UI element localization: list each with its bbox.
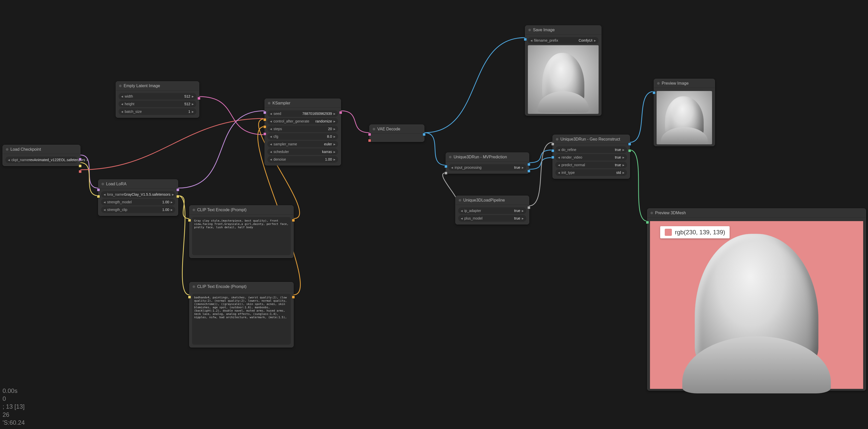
- port-image-in[interactable]: [444, 165, 447, 168]
- collapse-icon[interactable]: [101, 183, 104, 185]
- widget-strength-model[interactable]: ◀strength_model1.00▶: [101, 199, 175, 205]
- port-clip-in[interactable]: [97, 195, 100, 198]
- port-conditioning-out[interactable]: [292, 296, 295, 299]
- collapse-icon[interactable]: [193, 286, 195, 288]
- port-clip-in[interactable]: [188, 296, 191, 299]
- port-positive-in[interactable]: [263, 118, 266, 121]
- widget-lora-name[interactable]: ◀lora_nameGrayClay_V1.5.5.safetensors▶: [101, 191, 175, 198]
- port-mesh-in[interactable]: [646, 221, 649, 224]
- collapse-icon[interactable]: [373, 128, 375, 130]
- edge[interactable]: [341, 111, 369, 133]
- preview-3d-viewport[interactable]: rgb(230, 139, 139): [650, 221, 863, 389]
- widget-denoise[interactable]: ◀denoise1.00▶: [267, 156, 338, 163]
- widget-render-video[interactable]: ◀render_videotrue▶: [555, 154, 627, 161]
- port-model-in[interactable]: [263, 111, 266, 114]
- edge[interactable]: [630, 92, 654, 142]
- edge[interactable]: [529, 150, 553, 163]
- widget-sampler-name[interactable]: ◀sampler_nameeuler▶: [267, 141, 338, 147]
- widget-ckpt-name[interactable]: ◀ ckpt_name revAnimated_v122EOL.safetens…: [5, 157, 78, 163]
- port-latent-in[interactable]: [263, 132, 266, 135]
- port-images-in[interactable]: [524, 38, 527, 41]
- edge[interactable]: [178, 196, 189, 295]
- node-preview-3dmesh[interactable]: Preview 3DMesh rgb(230, 139, 139): [647, 208, 866, 391]
- port-latent-out[interactable]: [339, 111, 342, 114]
- widget-control-after-generate[interactable]: ◀control_after_generaterandomize▶: [267, 118, 338, 125]
- collapse-icon[interactable]: [193, 209, 195, 211]
- widget-cfg[interactable]: ◀cfg8.0▶: [267, 133, 338, 140]
- node-preview-image[interactable]: Preview Image: [654, 79, 715, 146]
- port-vae-out[interactable]: [79, 170, 82, 173]
- port-clip-out[interactable]: [176, 195, 179, 198]
- port-rgb-pils-in[interactable]: [551, 156, 554, 159]
- node-clip-positive[interactable]: CLIP Text Encode (Prompt) Gray clay styl…: [189, 205, 293, 258]
- textarea-negative-prompt[interactable]: badhandv4, paintings, sketches, (worst q…: [192, 294, 291, 344]
- widget-batch-size[interactable]: ◀batch_size1▶: [119, 108, 196, 115]
- chevron-left-icon[interactable]: ◀: [8, 159, 10, 161]
- node-vae-decode[interactable]: VAE Decode: [369, 125, 424, 142]
- widget-do-refine[interactable]: ◀do_refinetrue▶: [555, 146, 627, 153]
- collapse-icon[interactable]: [528, 29, 531, 31]
- node-title: VAE Decode: [377, 127, 400, 131]
- widget-height[interactable]: ◀height512▶: [119, 101, 196, 107]
- port-vae-in[interactable]: [368, 139, 371, 142]
- node-save-image[interactable]: Save Image ◀filename_prefixComfyUI▶: [525, 25, 601, 116]
- widget-filename-prefix[interactable]: ◀filename_prefixComfyUI▶: [528, 37, 598, 44]
- node-empty-latent[interactable]: Empty Latent Image ◀width512▶ ◀height512…: [116, 81, 199, 118]
- port-latent-out[interactable]: [197, 97, 200, 100]
- port-model-in[interactable]: [97, 188, 100, 191]
- port-front-image-in[interactable]: [551, 149, 554, 152]
- chevron-right-icon[interactable]: ▶: [87, 159, 89, 161]
- collapse-icon[interactable]: [268, 102, 271, 104]
- node-clip-negative[interactable]: CLIP Text Encode (Prompt) badhandv4, pai…: [189, 282, 293, 348]
- edge[interactable]: [529, 142, 553, 206]
- widget-input-processing[interactable]: ◀input_processingtrue▶: [448, 164, 526, 171]
- port-samples-in[interactable]: [368, 133, 371, 136]
- node-load-checkpoint[interactable]: Load Checkpoint ◀ ckpt_name revAnimated_…: [3, 145, 81, 166]
- collapse-icon[interactable]: [459, 199, 461, 202]
- port-front-image-out[interactable]: [527, 163, 530, 166]
- port-pipeline-out[interactable]: [527, 206, 530, 209]
- collapse-icon[interactable]: [6, 148, 8, 151]
- collapse-icon[interactable]: [449, 156, 452, 158]
- widget-init-type[interactable]: ◀init_typestd▶: [555, 169, 627, 176]
- collapse-icon[interactable]: [556, 138, 558, 140]
- node-load-pipeline[interactable]: Unique3DLoadPipeline ◀ip_adaptertrue▶ ◀p…: [455, 196, 529, 224]
- node-load-lora[interactable]: Load LoRA ◀lora_nameGrayClay_V1.5.5.safe…: [98, 179, 178, 216]
- edge[interactable]: [178, 196, 189, 219]
- port-image-out[interactable]: [423, 133, 426, 136]
- port-images-in[interactable]: [653, 91, 656, 94]
- edge[interactable]: [424, 38, 525, 133]
- port-pipeline-in[interactable]: [551, 142, 554, 145]
- port-rgb-pils-out[interactable]: [527, 169, 530, 172]
- port-model-out[interactable]: [79, 158, 82, 161]
- widget-steps[interactable]: ◀steps20▶: [267, 126, 338, 132]
- port-clip-out[interactable]: [79, 164, 82, 167]
- widget-strength-clip[interactable]: ◀strength_clip1.00▶: [101, 206, 175, 213]
- edge[interactable]: [199, 97, 265, 135]
- node-ksampler[interactable]: KSampler ◀seed788701650962939▶ ◀control_…: [265, 99, 341, 165]
- port-preview-out[interactable]: [628, 142, 631, 145]
- widget-predict-normal[interactable]: ◀predict_normaltrue▶: [555, 162, 627, 168]
- widget-ip-adapter[interactable]: ◀ip_adaptertrue▶: [458, 207, 526, 214]
- widget-width[interactable]: ◀width512▶: [119, 93, 196, 100]
- edge[interactable]: [178, 111, 265, 188]
- collapse-icon[interactable]: [657, 82, 660, 85]
- port-model-out[interactable]: [176, 188, 179, 191]
- edge[interactable]: [529, 158, 553, 169]
- textarea-positive-prompt[interactable]: Gray clay style,(masterpiece, best quali…: [192, 217, 291, 255]
- widget-scheduler[interactable]: ◀schedulerkarras▶: [267, 148, 338, 155]
- port-conditioning-out[interactable]: [292, 219, 295, 222]
- widget-seed[interactable]: ◀seed788701650962939▶: [267, 110, 338, 117]
- node-mvprediction[interactable]: Unique3DRun - MVPrediction ◀input_proces…: [446, 153, 529, 173]
- edge[interactable]: [424, 133, 446, 165]
- port-negative-in[interactable]: [263, 125, 266, 128]
- collapse-icon[interactable]: [119, 85, 122, 87]
- node-geo-reconstruct[interactable]: Unique3DRun - Geo Reconstruct ◀do_refine…: [553, 135, 630, 179]
- port-clip-in[interactable]: [188, 219, 191, 222]
- collapse-icon[interactable]: [650, 212, 653, 214]
- port-mesh-out[interactable]: [628, 149, 631, 152]
- widget-plus-model[interactable]: ◀plus_modeltrue▶: [458, 215, 526, 222]
- edge[interactable]: [81, 119, 265, 170]
- edge[interactable]: [630, 150, 647, 221]
- port-pipeline-in[interactable]: [444, 171, 447, 175]
